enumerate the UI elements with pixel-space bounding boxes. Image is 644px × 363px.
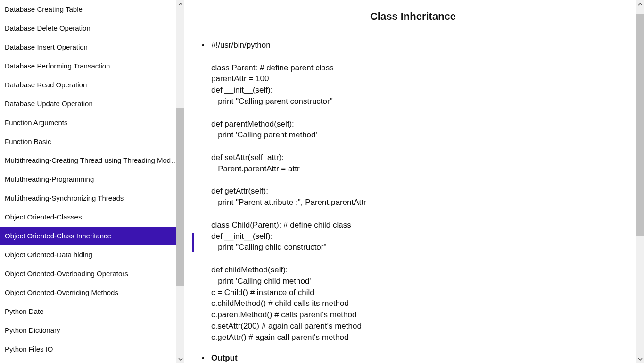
sidebar-item-label: Database Performing Transaction — [5, 62, 110, 70]
sidebar-item[interactable]: Object Oriented-Class Inheritance — [0, 227, 184, 245]
sidebar-item[interactable]: Object Oriented-Data hiding — [0, 245, 184, 264]
sidebar-item[interactable]: Multithreading-Synchronizing Threads — [0, 189, 184, 208]
content-scroll-down[interactable] — [636, 355, 644, 363]
sidebar-item[interactable]: Multithreading-Creating Thread using Thr… — [0, 151, 184, 170]
code-block: #!/usr/bin/python class Parent: # define… — [211, 40, 630, 343]
content-inner: Class Inheritance #!/usr/bin/python clas… — [196, 0, 635, 363]
sidebar-item[interactable]: Database Creating Table — [0, 0, 184, 19]
content-scrollbar[interactable] — [636, 0, 644, 363]
content-pane: Class Inheritance #!/usr/bin/python clas… — [184, 0, 644, 363]
sidebar-item-label: Python Date — [5, 307, 44, 315]
sidebar-item-label: Python Dictionary — [5, 326, 60, 334]
sidebar-item[interactable]: Python Dictionary — [0, 321, 184, 340]
sidebar-scroll-up[interactable] — [176, 0, 184, 8]
sidebar-item-label: Multithreading-Programming — [5, 175, 94, 183]
sidebar-item[interactable]: Multithreading-Programming — [0, 170, 184, 189]
sidebar-item-label: Object Oriented-Classes — [5, 213, 82, 221]
sidebar-item[interactable]: Database Delete Operation — [0, 19, 184, 38]
chevron-down-icon — [638, 357, 643, 362]
page-title: Class Inheritance — [196, 10, 630, 23]
sidebar-item[interactable]: Object Oriented-Classes — [0, 208, 184, 227]
output-bullet: Output — [196, 353, 630, 363]
sidebar-scroll-thumb[interactable] — [176, 108, 184, 286]
sidebar-item[interactable]: Function Arguments — [0, 113, 184, 132]
sidebar-item[interactable]: Database Performing Transaction — [0, 57, 184, 76]
sidebar-item[interactable]: Database Read Operation — [0, 76, 184, 94]
sidebar-item[interactable]: Python Files IO — [0, 340, 184, 359]
sidebar-item-label: Function Basic — [5, 137, 51, 145]
content-scroll-up[interactable] — [636, 0, 644, 8]
sidebar-item-label: Object Oriented-Class Inheritance — [5, 232, 111, 240]
sidebar-item-label: Object Oriented-Overloading Operators — [5, 270, 128, 278]
sidebar-item-label: Multithreading-Creating Thread using Thr… — [5, 156, 180, 164]
sidebar-item[interactable]: Function Basic — [0, 132, 184, 151]
sidebar-scrollbar[interactable] — [176, 0, 184, 363]
sidebar-item-label: Python Files IO — [5, 345, 53, 353]
sidebar-item[interactable]: Python Date — [0, 302, 184, 321]
sidebar-list: Database Creating TableDatabase Delete O… — [0, 0, 184, 363]
chevron-down-icon — [178, 357, 183, 362]
sidebar-item-label: Multithreading-Synchronizing Threads — [5, 194, 124, 202]
sidebar-item-label: Database Insert Operation — [5, 43, 88, 51]
code-bullet: #!/usr/bin/python class Parent: # define… — [196, 40, 630, 343]
sidebar-item-label: Database Delete Operation — [5, 24, 91, 32]
sidebar-item-label: Database Read Operation — [5, 81, 87, 89]
sidebar-item[interactable]: Object Oriented-Overriding Methods — [0, 283, 184, 302]
sidebar-scroll-down[interactable] — [176, 355, 184, 363]
chevron-up-icon — [178, 2, 183, 7]
output-label: Output — [211, 354, 238, 363]
sidebar-item-label: Object Oriented-Overriding Methods — [5, 288, 118, 296]
content-scroll-thumb[interactable] — [636, 14, 644, 236]
chevron-up-icon — [638, 2, 643, 7]
sidebar-item-label: Object Oriented-Data hiding — [5, 251, 92, 259]
sidebar-item[interactable]: Database Insert Operation — [0, 38, 184, 57]
sidebar-item-label: Function Arguments — [5, 118, 67, 127]
sidebar-item-label: Database Creating Table — [5, 5, 83, 13]
sidebar-item[interactable]: Database Update Operation — [0, 94, 184, 113]
sidebar: Database Creating TableDatabase Delete O… — [0, 0, 184, 363]
sidebar-item[interactable]: Object Oriented-Overloading Operators — [0, 264, 184, 283]
sidebar-item-label: Database Update Operation — [5, 100, 93, 108]
